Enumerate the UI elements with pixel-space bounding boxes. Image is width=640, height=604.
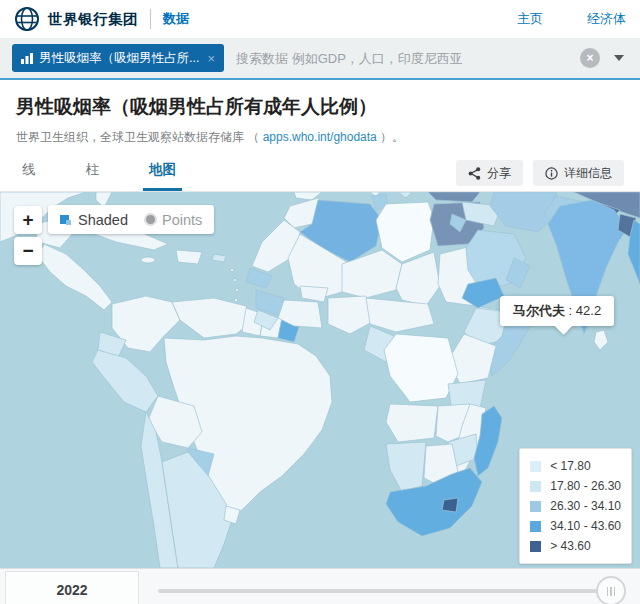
legend-swatch xyxy=(530,481,541,492)
source-suffix: ）。 xyxy=(377,130,404,144)
legend-label: < 17.80 xyxy=(550,459,590,473)
country-turkey[interactable] xyxy=(428,192,480,202)
mode-shaded-label: Shaded xyxy=(78,212,128,228)
map-zoom-in-button[interactable]: + xyxy=(14,206,42,234)
grip-icon xyxy=(614,587,616,596)
legend-label: > 43.60 xyxy=(550,539,590,553)
legend-row: < 17.80 xyxy=(530,456,621,476)
share-button-label: 分享 xyxy=(487,165,511,182)
country-greece-tip[interactable] xyxy=(398,192,412,198)
search-bar: 男性吸烟率（吸烟男性占所... × × xyxy=(0,38,640,80)
legend-row: 26.30 - 34.10 xyxy=(530,496,621,516)
search-input[interactable] xyxy=(224,51,580,66)
details-button[interactable]: 详细信息 xyxy=(533,160,624,186)
page-title: 男性吸烟率（吸烟男性占所有成年人比例） xyxy=(16,94,624,120)
site-header: 世界银行集团 数据 主页 经济体 xyxy=(0,0,640,38)
legend-row: > 43.60 xyxy=(530,536,621,556)
country-puertorico[interactable] xyxy=(212,254,226,262)
timeline-bar: 2022 xyxy=(0,568,640,604)
info-icon xyxy=(545,167,558,180)
choropleth-map[interactable]: + − Shaded Points 马尔代夫 : 42.2 < 17.80 17… xyxy=(0,192,640,568)
timeline-slider-handle[interactable] xyxy=(596,576,626,604)
timeline-slider-track[interactable] xyxy=(158,589,618,593)
legend-swatch xyxy=(530,461,541,472)
map-tooltip: 马尔代夫 : 42.2 xyxy=(500,296,614,326)
country-drc[interactable] xyxy=(384,334,458,402)
tooltip-separator: : xyxy=(565,303,576,318)
map-zoom-out-button[interactable]: − xyxy=(14,237,42,265)
tab-line[interactable]: 线 xyxy=(16,153,42,191)
legend-row: 34.10 - 43.60 xyxy=(530,516,621,536)
legend-swatch xyxy=(530,521,541,532)
search-dropdown-caret-icon[interactable] xyxy=(614,55,624,61)
country-angola[interactable] xyxy=(386,404,438,442)
details-button-label: 详细信息 xyxy=(564,165,612,182)
country-nigeria[interactable] xyxy=(328,296,372,334)
share-button[interactable]: 分享 xyxy=(456,160,523,186)
country-lesotho[interactable] xyxy=(442,498,458,512)
source-line: 世界卫生组织，全球卫生观察站数据存储库 （ apps.who.int/ghoda… xyxy=(16,129,624,146)
chip-close-icon[interactable]: × xyxy=(207,51,215,66)
grip-icon xyxy=(610,587,612,596)
mode-points-label: Points xyxy=(162,212,202,228)
source-link[interactable]: apps.who.int/ghodata xyxy=(263,130,377,144)
worldbank-globe-logo xyxy=(14,6,40,32)
mode-shaded[interactable]: Shaded xyxy=(60,212,128,228)
legend-label: 26.30 - 34.10 xyxy=(550,499,621,513)
tooltip-country: 马尔代夫 xyxy=(513,303,565,318)
bar-chart-icon xyxy=(21,52,33,64)
country-jamaica[interactable] xyxy=(141,257,155,263)
country-peru[interactable] xyxy=(92,350,158,412)
chart-tabs: 线 柱 地图 分享 详细信息 xyxy=(0,156,640,192)
shaded-squares-icon xyxy=(60,215,71,225)
legend-swatch xyxy=(530,541,541,552)
tab-map[interactable]: 地图 xyxy=(143,153,182,191)
map-mode-toggle: Shaded Points xyxy=(48,205,214,234)
indicator-chip[interactable]: 男性吸烟率（吸烟男性占所... × xyxy=(12,44,224,72)
year-display[interactable]: 2022 xyxy=(5,571,139,604)
tab-bar[interactable]: 柱 xyxy=(80,153,106,191)
country-venezuela[interactable] xyxy=(172,298,252,338)
share-icon xyxy=(468,167,481,180)
legend-swatch xyxy=(530,501,541,512)
search-clear-icon[interactable]: × xyxy=(580,48,600,68)
source-prefix: 世界卫生组织，全球卫生观察站数据存储库 （ xyxy=(16,130,263,144)
tooltip-value: 42.2 xyxy=(576,303,601,318)
legend-label: 34.10 - 43.60 xyxy=(550,519,621,533)
mode-points[interactable]: Points xyxy=(146,212,202,228)
indicator-chip-label: 男性吸烟率（吸烟男性占所... xyxy=(39,50,199,67)
nav-home-link[interactable]: 主页 xyxy=(517,10,543,28)
brand-title[interactable]: 世界银行集团 xyxy=(48,10,138,29)
lesser-antilles[interactable] xyxy=(230,268,238,301)
grip-icon xyxy=(607,587,609,596)
legend-label: 17.80 - 26.30 xyxy=(550,479,621,493)
country-central-america[interactable] xyxy=(38,244,112,310)
data-section-link[interactable]: 数据 xyxy=(163,10,189,28)
country-hispaniola[interactable] xyxy=(176,250,202,264)
country-namibia[interactable] xyxy=(386,442,426,492)
country-sri-lanka[interactable] xyxy=(594,330,608,350)
country-burkina[interactable] xyxy=(300,286,328,302)
title-block: 男性吸烟率（吸烟男性占所有成年人比例） 世界卫生组织，全球卫生观察站数据存储库 … xyxy=(0,80,640,156)
legend-row: 17.80 - 26.30 xyxy=(530,476,621,496)
points-dot-icon xyxy=(146,215,155,224)
brand-divider xyxy=(150,9,151,29)
nav-economies-link[interactable]: 经济体 xyxy=(587,10,626,28)
map-legend: < 17.80 17.80 - 26.30 26.30 - 34.10 34.1… xyxy=(519,448,632,564)
